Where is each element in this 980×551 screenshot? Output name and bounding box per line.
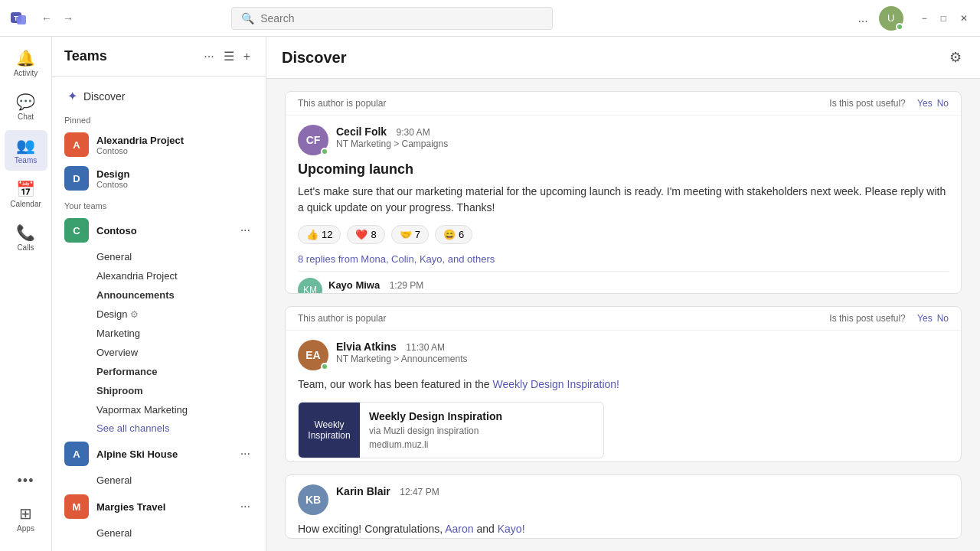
sidebar-item-chat[interactable]: 💬 Chat — [5, 86, 47, 127]
post-useful-label-1: Is this post useful? — [829, 98, 905, 109]
author-status-1 — [321, 148, 328, 155]
minimize-button[interactable]: − — [916, 10, 933, 27]
post-useful-yes-2[interactable]: Yes — [917, 313, 933, 324]
post-useful-yes-1[interactable]: Yes — [917, 98, 933, 109]
link-title: Weekly Design Inspiration — [369, 410, 502, 422]
reply-preview-1: KM Kayo Miwa 1:29 PM I don't have any is… — [298, 271, 949, 294]
teams-icon: 👥 — [16, 136, 35, 155]
channel-performance[interactable]: Performance — [96, 362, 266, 381]
channel-general[interactable]: General — [96, 247, 266, 266]
link-thumb-text: Weekly Inspiration — [299, 416, 360, 444]
group-avatar-margies: M — [64, 494, 89, 519]
sidebar-item-calendar[interactable]: 📅 Calendar — [5, 174, 47, 214]
channel-shiproom[interactable]: Shiproom — [96, 381, 266, 400]
team-avatar-design-pinned: D — [64, 166, 89, 191]
team-sub-design-pinned: Contoso — [96, 180, 253, 189]
channel-design[interactable]: Design ⚙ — [96, 305, 266, 324]
sidebar-item-apps[interactable]: ⊞ Apps — [5, 498, 47, 539]
post-useful-no-1[interactable]: No — [937, 98, 949, 109]
link-preview-2[interactable]: Weekly Inspiration Weekly Design Inspira… — [298, 402, 604, 458]
author-channel-2: NT Marketing > Announcements — [336, 354, 949, 364]
post-author-1: CF Cecil Folk 9:30 AM NT Marketing > Cam… — [298, 125, 949, 155]
nav-back-button[interactable]: ← — [37, 9, 57, 28]
posts-area: This author is popular Is this post usef… — [266, 79, 980, 551]
group-header-margies[interactable]: M Margies Travel ··· — [52, 490, 266, 523]
aaron-link[interactable]: Aaron — [445, 523, 473, 535]
channel-vapormax[interactable]: Vapormax Marketing — [96, 400, 266, 419]
group-avatar-alpine: A — [64, 442, 89, 466]
channel-alpine-general[interactable]: General — [96, 471, 266, 490]
team-item-alexandria[interactable]: A Alexandria Project Contoso — [52, 128, 266, 161]
search-icon: 🔍 — [241, 12, 254, 24]
main-layout: 🔔 Activity 💬 Chat 👥 Teams 📅 Calendar 📞 C… — [0, 37, 980, 551]
replies-link-1[interactable]: 8 replies from Mona, Colin, Kayo, and ot… — [298, 253, 949, 265]
teams-logo: T — [6, 6, 31, 31]
nav-forward-button[interactable]: → — [58, 9, 78, 28]
group-name-alpine: Alpine Ski House — [96, 448, 230, 460]
team-info-design-pinned: Design Contoso — [96, 168, 253, 189]
reply-avatar-1: KM — [298, 278, 322, 294]
reaction-laugh[interactable]: 😄 6 — [435, 225, 472, 244]
channel-marketing[interactable]: Marketing — [96, 324, 266, 343]
group-name-contoso: Contoso — [96, 225, 230, 236]
post-title-1: Upcoming launch — [298, 161, 949, 178]
settings-button[interactable]: ⚙ — [946, 46, 965, 69]
titlebar-actions: ... U — [853, 6, 903, 31]
contoso-more-button[interactable]: ··· — [237, 220, 253, 240]
author-avatar-2: EA — [298, 340, 328, 370]
search-input[interactable] — [260, 12, 543, 24]
post-card-3: KB Karin Blair 12:47 PM How exciting! Co… — [285, 474, 962, 539]
sidebar-title: Teams — [64, 48, 194, 64]
sidebar-item-teams[interactable]: 👥 Teams — [5, 130, 47, 171]
author-avatar-3: KB — [298, 484, 328, 515]
reaction-handshake[interactable]: 🤝 7 — [391, 225, 429, 244]
team-avatar-alexandria: A — [64, 132, 89, 157]
reaction-heart[interactable]: ❤️ 8 — [347, 225, 384, 244]
apps-icon: ⊞ — [19, 504, 32, 523]
author-info-2: Elvia Atkins 11:30 AM NT Marketing > Ann… — [336, 340, 949, 364]
author-name-1: Cecil Folk — [336, 126, 387, 138]
sidebar-more-button[interactable]: ··· — [201, 46, 217, 67]
channel-overview[interactable]: Overview — [96, 343, 266, 362]
alpine-more-button[interactable]: ··· — [237, 444, 253, 464]
post-body-2: EA Elvia Atkins 11:30 AM NT Marketing > … — [286, 331, 961, 462]
window-controls: − □ ✕ — [916, 10, 974, 27]
user-avatar-container[interactable]: U — [879, 6, 903, 31]
calendar-icon: 📅 — [16, 180, 35, 198]
team-info-alexandria: Alexandria Project Contoso — [96, 135, 253, 155]
weekly-design-link[interactable]: Weekly Design Inspiration! — [492, 378, 619, 390]
sidebar-add-button[interactable]: + — [240, 46, 253, 67]
post-popular-2: This author is popular — [298, 313, 386, 324]
channel-announcements[interactable]: Announcements — [96, 285, 266, 305]
reaction-thumbsup[interactable]: 👍 12 — [298, 225, 341, 244]
channel-margies-general[interactable]: General — [96, 523, 266, 543]
post-meta-bar-2: This author is popular Is this post usef… — [286, 307, 961, 331]
link-info: Weekly Design Inspiration via Muzli desi… — [360, 403, 511, 458]
sidebar-item-calls[interactable]: 📞 Calls — [5, 217, 47, 258]
search-bar[interactable]: 🔍 — [231, 7, 553, 30]
discover-item[interactable]: ✦ Discover — [55, 83, 263, 109]
group-avatar-contoso: C — [64, 218, 89, 243]
post-text-1: Let's make sure that our marketing mater… — [298, 184, 949, 216]
maximize-button[interactable]: □ — [935, 10, 952, 27]
group-header-contoso[interactable]: C Contoso ··· — [52, 214, 266, 247]
author-info-3: Karin Blair 12:47 PM — [336, 484, 949, 498]
post-useful-no-2[interactable]: No — [937, 313, 949, 324]
see-all-channels[interactable]: See all channels — [96, 419, 266, 437]
design-lock-icon: ⚙ — [130, 309, 139, 320]
margies-more-button[interactable]: ··· — [237, 497, 253, 517]
sidebar-item-more[interactable]: ••• — [5, 467, 47, 495]
group-header-alpine[interactable]: A Alpine Ski House ··· — [52, 437, 266, 471]
post-useful-label-2: Is this post useful? — [829, 313, 905, 324]
svg-rect-1 — [17, 15, 26, 24]
channel-alexandria[interactable]: Alexandria Project — [96, 266, 266, 285]
kayo-link[interactable]: Kayo! — [498, 523, 525, 535]
team-item-design-pinned[interactable]: D Design Contoso — [52, 161, 266, 195]
alpine-channels: General — [52, 471, 266, 490]
close-button[interactable]: ✕ — [954, 10, 974, 27]
author-time-2: 11:30 AM — [406, 342, 445, 353]
post-card-1: This author is popular Is this post usef… — [285, 91, 962, 294]
more-options-button[interactable]: ... — [853, 8, 872, 28]
sidebar-filter-button[interactable]: ☰ — [220, 46, 237, 67]
sidebar-item-activity[interactable]: 🔔 Activity — [5, 43, 47, 83]
